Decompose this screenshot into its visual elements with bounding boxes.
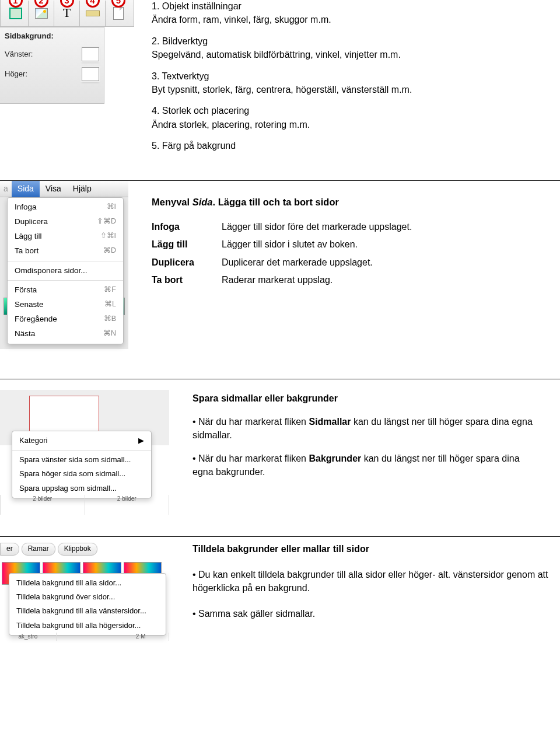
- thumb-label: 2 bilder: [85, 495, 170, 515]
- chevron-right-icon: ▶: [138, 435, 144, 446]
- toolbar-screenshot: 1 2 3 T 4 5 Sidbakgrund:: [0, 0, 134, 27]
- section2-heading: Menyval Sida. Lägga till och ta bort sid…: [152, 196, 542, 209]
- def-k-ta-bort: Ta bort: [152, 271, 222, 289]
- side-panel-title: Sidbakgrund:: [5, 31, 54, 41]
- item-1-desc: Ändra form, ram, vinkel, färg, skuggor m…: [152, 13, 542, 26]
- ctx-kategori[interactable]: Kategori ▶: [12, 434, 151, 448]
- item-3-title: 3. Textverktyg: [152, 70, 542, 83]
- item-2-desc: Spegelvänd, automatisk bildförbättring, …: [152, 48, 542, 61]
- badge-3: 3: [60, 0, 74, 8]
- section-menu-sida: a Sida Visa Hjälp Infoga ⌘I Duplicera ⇧⌘…: [0, 181, 560, 379]
- ctx-separator: [12, 450, 151, 451]
- badge-4: 4: [86, 0, 100, 8]
- ctx-tilldela-vanster[interactable]: Tilldela bakgrund till alla vänstersidor…: [9, 604, 166, 618]
- badge-2: 2: [34, 0, 48, 8]
- tool-text[interactable]: 3 T: [54, 1, 80, 26]
- ruler-icon: [86, 11, 100, 16]
- item-3: 3. Textverktyg Byt typsnitt, storlek, fä…: [152, 70, 542, 97]
- side-panel-sidbakgrund: Sidbakgrund: Vänster: Höger:: [0, 27, 104, 104]
- side-panel-left-label: Vänster:: [5, 49, 33, 60]
- item-3-desc: Byt typsnitt, storlek, färg, centrera, h…: [152, 83, 542, 96]
- badge-1: 1: [9, 0, 23, 8]
- dropdown-item-foregaende[interactable]: Föregående ⌘B: [8, 312, 123, 327]
- item-5: 5. Färg på bakgrund: [152, 139, 542, 152]
- item-4-title: 4. Storlek och placering: [152, 104, 542, 117]
- ctx-spara-uppslag[interactable]: Spara uppslag som sidmall...: [12, 481, 151, 495]
- context-menu-tilldela: Tilldela bakgrund till alla sidor... Til…: [9, 573, 166, 636]
- bottom-row: ak_stro 2 M: [0, 627, 169, 646]
- section-spara-sidmallar: Kategori ▶ Spara vänster sida som sidmal…: [0, 379, 560, 537]
- menu-hjalp[interactable]: Hjälp: [67, 181, 97, 197]
- context-menu-spara: Kategori ▶ Spara vänster sida som sidmal…: [12, 431, 152, 498]
- definitions-table: InfogaLägger till sidor före det markera…: [152, 218, 412, 289]
- section2-text: Menyval Sida. Lägga till och ta bort sid…: [152, 196, 542, 289]
- bottom-label: ak_stro: [0, 633, 57, 641]
- tool-image[interactable]: 2: [29, 1, 54, 26]
- side-panel-right-label: Höger:: [5, 69, 27, 79]
- thumb-label: 2 bilder: [0, 495, 85, 515]
- dropdown-item-infoga[interactable]: Infoga ⌘I: [8, 200, 123, 215]
- dropdown-item-nasta[interactable]: Nästa ⌘N: [8, 327, 123, 341]
- section3-text: Spara sidmallar eller bakgrunder • När d…: [192, 392, 542, 489]
- toolbar: 1 2 3 T 4 5: [0, 0, 134, 27]
- bottom-label: 2 M: [113, 633, 169, 641]
- def-v-infoga: Lägger till sidor före det markerade upp…: [222, 218, 412, 236]
- menubar-a: a: [0, 181, 12, 197]
- item-1: 1. Objekt inställningar Ändra form, ram,…: [152, 0, 542, 27]
- ctx-tilldela-over[interactable]: Tilldela bakgrund över sidor...: [9, 590, 166, 604]
- tab-er[interactable]: er: [0, 543, 19, 556]
- tool-size[interactable]: 4: [80, 1, 106, 26]
- dropdown-item-omdisponera[interactable]: Omdisponera sidor...: [8, 264, 123, 278]
- image-icon: [35, 8, 48, 19]
- thumb-row: 2 bilder 2 bilder: [0, 495, 169, 515]
- dropdown-separator: [8, 280, 123, 281]
- section-toolbar-descriptions: 1 2 3 T 4 5 Sidbakgrund:: [0, 0, 560, 181]
- section3-p2: • När du har markerat fliken Bakgrunder …: [192, 452, 542, 479]
- section4-text: Tilldela bakgrunder eller mallar till si…: [192, 543, 548, 634]
- rect-icon: [9, 8, 22, 19]
- ctx-tilldela-alla[interactable]: Tilldela bakgrund till alla sidor...: [9, 576, 166, 590]
- dropdown-sida: Infoga ⌘I Duplicera ⇧⌘D Lägg till ⇧⌘I Ta…: [7, 197, 124, 344]
- tool-object-settings[interactable]: 1: [3, 1, 29, 26]
- item-2: 2. Bildverktyg Spegelvänd, automatisk bi…: [152, 35, 542, 62]
- tabbar: er Ramar Klippbok: [0, 543, 123, 556]
- item-4: 4. Storlek och placering Ändra storlek, …: [152, 104, 542, 131]
- item-1-title: 1. Objekt inställningar: [152, 0, 542, 13]
- dropdown-item-forsta[interactable]: Första ⌘F: [8, 283, 123, 298]
- tool-background[interactable]: 5: [106, 1, 131, 26]
- section4-p2: • Samma sak gäller sidmallar.: [192, 608, 548, 620]
- dropdown-item-senaste[interactable]: Senaste ⌘L: [8, 298, 123, 312]
- item-4-desc: Ändra storlek, placering, rotering m.m.: [152, 118, 542, 131]
- page-icon: [113, 7, 124, 20]
- section3-p1: • När du har markerat fliken Sidmallar k…: [192, 416, 542, 442]
- ctx-spara-vanster[interactable]: Spara vänster sida som sidmall...: [12, 453, 151, 467]
- menu-visa[interactable]: Visa: [40, 181, 67, 197]
- def-k-infoga: Infoga: [152, 218, 222, 236]
- def-k-duplicera: Duplicera: [152, 254, 222, 271]
- dropdown-item-lagg-till[interactable]: Lägg till ⇧⌘I: [8, 229, 123, 244]
- context-menu-screenshot: Kategori ▶ Spara vänster sida som sidmal…: [0, 390, 169, 504]
- def-v-ta-bort: Raderar markerat uppslag.: [222, 271, 412, 289]
- section-tilldela-bakgrunder: er Ramar Klippbok Tilldela bakgrund till…: [0, 537, 560, 718]
- menubar: a Sida Visa Hjälp: [0, 181, 128, 197]
- swatch-right[interactable]: [82, 67, 99, 81]
- item-5-title: 5. Färg på bakgrund: [152, 139, 542, 152]
- section4-heading: Tilldela bakgrunder eller mallar till si…: [192, 543, 548, 556]
- swatch-left[interactable]: [82, 47, 99, 61]
- section3-heading: Spara sidmallar eller bakgrunder: [192, 392, 542, 405]
- ctx-spara-hoger[interactable]: Spara höger sida som sidmall...: [12, 467, 151, 481]
- dropdown-separator: [8, 261, 123, 261]
- menu-sida[interactable]: Sida: [12, 181, 40, 197]
- dropdown-item-duplicera[interactable]: Duplicera ⇧⌘D: [8, 215, 123, 229]
- tab-ramar[interactable]: Ramar: [22, 543, 55, 556]
- def-k-lagg-till: Lägg till: [152, 236, 222, 253]
- dropdown-item-ta-bort[interactable]: Ta bort ⌘D: [8, 244, 123, 259]
- section4-p1: • Du kan enkelt tilldela bakgrunder till…: [192, 568, 548, 595]
- def-v-duplicera: Duplicerar det markerade uppslaget.: [222, 254, 412, 271]
- section1-text: 1. Objekt inställningar Ändra form, ram,…: [152, 0, 542, 161]
- tab-klippbok[interactable]: Klippbok: [58, 543, 97, 556]
- item-2-title: 2. Bildverktyg: [152, 35, 542, 48]
- def-v-lagg-till: Lägger till sidor i slutet av boken.: [222, 236, 412, 253]
